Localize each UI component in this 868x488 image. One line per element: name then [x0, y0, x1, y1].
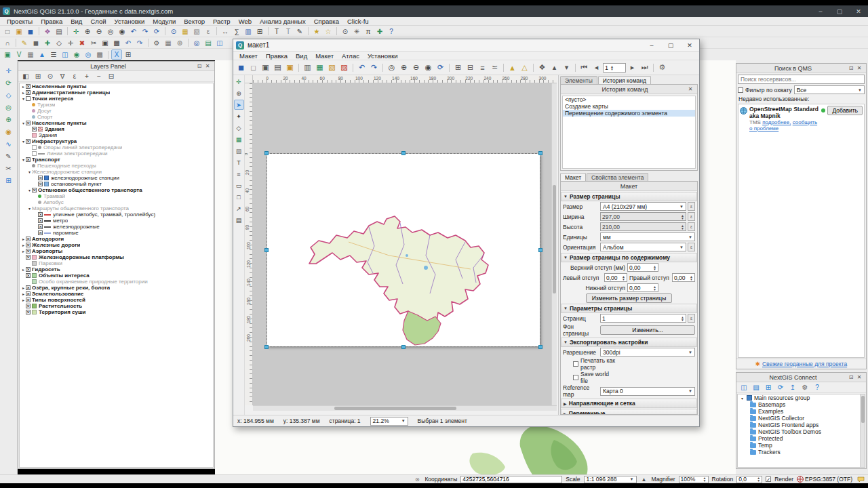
qms-service-item[interactable]: OpenStreetMap Standard aka Mapnik TMS по… [738, 104, 864, 133]
layer-visibility-checkbox[interactable]: ✕ [26, 157, 31, 162]
print-icon[interactable]: ▥ [302, 62, 313, 73]
layer-item[interactable]: ✕метро [20, 218, 213, 224]
layout-manager-icon[interactable]: ▤ [54, 26, 64, 37]
scale-combo[interactable]: 1:1 096 288▼ [584, 476, 637, 483]
close-button[interactable]: ✕ [849, 5, 868, 17]
expand-arrow-icon[interactable]: ▸ [21, 237, 26, 241]
open-folder-icon[interactable]: ▣ [284, 62, 296, 73]
layer-visibility-checkbox[interactable]: ✕ [26, 273, 31, 278]
save-world-file-checkbox[interactable] [573, 375, 578, 380]
page-height-spinner[interactable]: 210,00▲▼ [600, 222, 686, 231]
float-panel-icon[interactable]: ⊡ [847, 373, 855, 381]
left-margin-spinner[interactable]: 0,00▲▼ [604, 273, 627, 282]
menu-item[interactable]: Анализ данных [256, 18, 310, 25]
menu-item[interactable]: Макет [235, 52, 262, 60]
osm-search-icon[interactable]: ◎ [191, 38, 202, 48]
crs-button[interactable]: EPSG:3857 (OTF) [797, 476, 852, 483]
expand-arrow-icon[interactable]: ▸ [21, 285, 26, 290]
pages-count-spinner[interactable]: 1▲▼ [600, 314, 686, 323]
maximize-button[interactable]: ▢ [830, 5, 849, 17]
plugin-manager-icon[interactable]: ✚ [374, 26, 385, 37]
style-manager-icon[interactable]: ❖ [42, 26, 53, 37]
zoom-full-icon[interactable]: ◎ [386, 62, 397, 73]
layer-visibility-checkbox[interactable]: ✕ [38, 182, 43, 186]
save-project-icon[interactable]: ◼ [235, 62, 247, 73]
expand-arrow-icon[interactable]: ▸ [21, 243, 26, 247]
duplicate-layout-icon[interactable]: ▣ [260, 62, 271, 73]
connect-resource-item[interactable]: Temp [738, 442, 865, 449]
expand-arrow-icon[interactable]: ▾ [27, 206, 32, 211]
add-part-tool-icon[interactable]: ⊕ [3, 115, 14, 125]
layer-item[interactable]: Пешеходные переходы [20, 163, 213, 169]
connect-resource-item[interactable]: NextGIS Collector [738, 415, 865, 422]
layer-item[interactable]: ✕Здания [20, 126, 213, 132]
layer-item[interactable]: ▾Железнодорожные станции [20, 169, 213, 175]
snap-guides-icon[interactable]: ≍ [489, 62, 500, 73]
help-icon[interactable]: ? [812, 382, 823, 392]
connect-resource-item[interactable]: Examples [738, 408, 865, 415]
layer-item[interactable]: ▾✕Остановки общественного транспорта [20, 187, 213, 193]
zoom-to-layer-icon[interactable]: ◉ [117, 26, 127, 37]
georeferencer-icon[interactable]: ⊕ [174, 38, 185, 48]
identify-features-icon[interactable]: ⊙ [168, 26, 179, 37]
layer-item[interactable]: ✕Территория суши [20, 309, 213, 315]
new-bookmark-icon[interactable]: ★ [311, 26, 322, 37]
resize-handle[interactable] [538, 151, 542, 155]
resize-handle[interactable] [264, 345, 269, 349]
resize-handle[interactable] [264, 248, 269, 252]
layout-close-button[interactable]: ✕ [680, 39, 699, 51]
expand-arrow-icon[interactable]: ▾ [21, 139, 26, 144]
resize-handle[interactable] [401, 345, 406, 349]
expand-arrow-icon[interactable]: ▾ [21, 157, 26, 162]
layer-item[interactable]: ▾Точки интереса [20, 96, 213, 102]
layer-item[interactable]: Трамвай [20, 193, 213, 199]
add-group-icon[interactable]: ⊞ [33, 71, 43, 81]
add-mesh-layer-icon[interactable]: ▲ [37, 49, 47, 60]
menu-item[interactable]: Растр [209, 18, 235, 25]
layer-item[interactable]: ✕Объекты интереса [20, 272, 213, 279]
zoom-in-icon[interactable]: ⊕ [82, 26, 93, 37]
layer-visibility-checkbox[interactable]: ✕ [26, 84, 31, 89]
menu-item[interactable]: Вектор [180, 18, 209, 25]
add-scalebar-tool-icon[interactable]: ▭ [234, 180, 244, 190]
zoom-last-icon[interactable]: ↶ [128, 26, 139, 37]
log-messages-icon[interactable] [856, 476, 865, 483]
connect-resource-item[interactable]: Protected [738, 435, 865, 442]
offset-curve-tool-icon[interactable]: ∿ [3, 139, 14, 149]
history-entry[interactable]: Создание карты [563, 103, 695, 110]
section-guides-grid[interactable]: ▶Направляющие и сетка [561, 399, 697, 408]
qms-details-link[interactable]: подробнее, [762, 119, 791, 125]
menu-item[interactable]: Web [235, 18, 256, 25]
redo-icon[interactable]: ↷ [134, 38, 145, 48]
add-to-map-icon[interactable]: ▤ [751, 382, 762, 392]
measure-line-icon[interactable]: ↔ [220, 26, 231, 37]
map-tips-icon[interactable]: ✳ [351, 26, 362, 37]
create-resource-group-icon[interactable]: ⊞ [763, 382, 774, 392]
statistics-icon[interactable]: ∑ [231, 26, 242, 37]
snapping-toggle-icon[interactable]: ∩ [2, 38, 13, 48]
layer-item[interactable]: Особо охраняемые природные территории [20, 279, 213, 285]
add-table-tool-icon[interactable]: ▤ [234, 215, 244, 225]
layer-item[interactable]: ▸✕Железные дороги [20, 242, 213, 248]
map-item[interactable] [267, 154, 540, 346]
select-features-icon[interactable]: ▦ [180, 26, 191, 37]
menu-item[interactable]: Установки [111, 18, 149, 25]
quickmap-services-icon[interactable]: ▤ [203, 38, 214, 48]
layer-item[interactable]: ▾Маршруты общественного транспорта [20, 205, 213, 211]
attribute-table-icon[interactable]: ▥ [243, 26, 254, 37]
expand-arrow-icon[interactable]: ▾ [21, 121, 26, 125]
add-raster-layer-icon[interactable]: ▦ [25, 49, 36, 60]
zoom-out-icon[interactable]: ⊖ [94, 26, 104, 37]
layer-visibility-checkbox[interactable]: ✕ [32, 127, 37, 131]
raster-calculator-icon[interactable]: ▦ [163, 38, 174, 48]
section-page-size[interactable]: ▼Размер страницы [561, 192, 697, 201]
open-layer-styling-icon[interactable]: ◧ [20, 71, 31, 81]
split-features-tool-icon[interactable]: ✂ [3, 163, 14, 174]
expand-arrow-icon[interactable]: ▸ [21, 249, 26, 253]
menu-item[interactable]: Слой [86, 18, 110, 25]
move-feature-tool-icon[interactable]: ✛ [3, 66, 14, 76]
menu-item[interactable]: Справка [310, 18, 343, 25]
qms-search-input[interactable] [738, 75, 865, 84]
layer-visibility-checkbox[interactable] [32, 145, 37, 150]
layer-item[interactable]: ✕Растительность [20, 303, 213, 309]
